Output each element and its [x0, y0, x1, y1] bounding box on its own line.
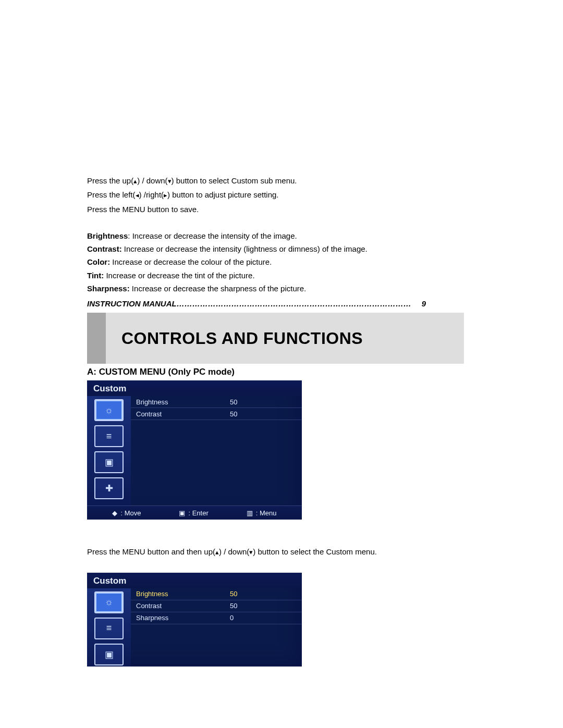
- osd1-row-contrast[interactable]: Contrast 50: [131, 408, 302, 420]
- osd1-row-brightness[interactable]: Brightness 50: [131, 396, 302, 408]
- text: Press the MENU button and then up(: [87, 547, 215, 556]
- instruction-line-3: Press the MENU button to save.: [87, 203, 480, 215]
- osd1-body: ☼ ≡ ▣ ✚ Brightness 50 Contrast 50: [87, 396, 302, 505]
- osd2-sharpness-label: Sharpness: [136, 614, 230, 622]
- osd1-hint-bar: ◆: Move ▣: Enter ▥: Menu: [87, 505, 302, 520]
- down-triangle-icon: ▾: [168, 177, 172, 185]
- manual-page: Press the up(▴) / down(▾) button to sele…: [0, 0, 563, 687]
- text: ) / down(: [219, 547, 249, 556]
- text: : Menu: [256, 509, 277, 517]
- section-header-stub: [87, 313, 106, 364]
- osd-picture-icon[interactable]: ☼: [94, 399, 124, 421]
- def-tint-label: Tint:: [87, 271, 104, 280]
- osd-tools-icon[interactable]: ✚: [94, 477, 124, 499]
- def-color-text: Increase or decrease the colour of the p…: [110, 257, 272, 266]
- page-number: 9: [422, 298, 426, 310]
- text: Press the up(: [87, 176, 133, 185]
- text: ) / down(: [137, 176, 167, 185]
- top-whitespace: [0, 0, 563, 175]
- osd2-brightness-value: 50: [230, 590, 266, 598]
- osd2-contrast-label: Contrast: [136, 602, 230, 610]
- text: ) button to select Custom sub menu.: [172, 176, 297, 185]
- sun-icon: ☼: [105, 597, 114, 608]
- section-header-title: CONTROLS AND FUNCTIONS: [121, 329, 363, 348]
- osd1-hint-move: ◆: Move: [112, 509, 141, 517]
- text: ) button to select the Custom menu.: [253, 547, 377, 556]
- wrench-icon: ✚: [105, 483, 113, 494]
- osd1-contrast-value: 50: [230, 410, 266, 418]
- updown-icon: ◆: [112, 509, 117, 517]
- def-sharpness-text: Increase or decrease the sharpness of th…: [130, 284, 307, 293]
- menu-bars-icon: ▥: [247, 509, 253, 517]
- osd2-icon-rail: ☼ ≡ ▣: [87, 588, 131, 667]
- osd1-brightness-label: Brightness: [136, 398, 230, 406]
- def-color-label: Color:: [87, 257, 110, 266]
- osd2-brightness-label: Brightness: [136, 590, 230, 598]
- osd2-grid: Brightness 50 Contrast 50 Sharpness 0: [131, 588, 302, 667]
- osd1-hint-enter: ▣: Enter: [179, 509, 208, 517]
- bars-icon: ≡: [106, 431, 112, 442]
- def-tint-text: Increase or decrease the tint of the pic…: [104, 271, 254, 280]
- osd-lines-icon[interactable]: ≡: [94, 618, 124, 639]
- footer-label: INSTRUCTION MANUAL……………………………………………………………: [87, 299, 411, 308]
- osd-lines-icon[interactable]: ≡: [94, 425, 124, 447]
- def-brightness-label: Brightness: [87, 231, 128, 240]
- osd2-row-sharpness[interactable]: Sharpness 0: [131, 612, 302, 624]
- osd1-hint-menu: ▥: Menu: [247, 509, 277, 517]
- osd1-brightness-value: 50: [230, 398, 266, 406]
- instructions-block: Press the up(▴) / down(▾) button to sele…: [0, 175, 563, 215]
- osd1-grid: Brightness 50 Contrast 50: [131, 396, 302, 505]
- osd-screenshot-1: Custom ☼ ≡ ▣ ✚ Brightness 50 Contrast 50: [87, 380, 302, 520]
- osd2-row-brightness[interactable]: Brightness 50: [131, 588, 302, 600]
- osd-pip-icon[interactable]: ▣: [94, 644, 124, 665]
- osd-screenshot-2: Custom ☼ ≡ ▣ Brightness 50 Contrast 50 S…: [87, 573, 302, 667]
- def-brightness-text: : Increase or decrease the intensity of …: [128, 231, 297, 240]
- sun-icon: ☼: [105, 405, 114, 416]
- def-sharpness-label: Sharpness:: [87, 284, 130, 293]
- osd-picture-icon[interactable]: ☼: [94, 591, 124, 613]
- osd2-sharpness-value: 0: [230, 614, 266, 622]
- osd2-row-contrast[interactable]: Contrast 50: [131, 600, 302, 612]
- def-contrast-text: Increase or decrease the intensity (ligh…: [122, 244, 368, 253]
- osd1-icon-rail: ☼ ≡ ▣ ✚: [87, 396, 131, 505]
- page-footer-line: INSTRUCTION MANUAL……………………………………………………………: [0, 298, 563, 310]
- osd2-body: ☼ ≡ ▣ Brightness 50 Contrast 50 Sharpnes…: [87, 588, 302, 667]
- bars-icon: ≡: [106, 623, 112, 634]
- osd2-empty: [131, 624, 302, 667]
- osd1-contrast-label: Contrast: [136, 410, 230, 418]
- section-header: CONTROLS AND FUNCTIONS: [87, 313, 464, 364]
- instruction-between: Press the MENU button and then up(▴) / d…: [87, 546, 480, 558]
- text: ) button to adjust picture setting.: [167, 190, 278, 199]
- square-icon: ▣: [105, 649, 114, 660]
- square-icon: ▣: [105, 456, 114, 468]
- text: ) /right(: [139, 190, 164, 199]
- right-triangle-icon: ▸: [164, 191, 167, 199]
- definitions-block: Brightness: Increase or decrease the int…: [0, 230, 563, 294]
- osd2-contrast-value: 50: [230, 602, 266, 610]
- osd-pip-icon[interactable]: ▣: [94, 451, 124, 473]
- osd2-title: Custom: [87, 573, 302, 588]
- text: : Move: [120, 509, 141, 517]
- instruction-line-2: Press the left(◂) /right(▸) button to ad…: [87, 189, 480, 201]
- left-triangle-icon: ◂: [136, 191, 139, 199]
- instruction-line-1: Press the up(▴) / down(▾) button to sele…: [87, 175, 480, 187]
- osd1-title: Custom: [87, 380, 302, 396]
- enter-square-icon: ▣: [179, 509, 185, 517]
- section-subhead: A: CUSTOM MENU (Only PC mode): [87, 367, 563, 377]
- text: Press the left(: [87, 190, 136, 199]
- mid-paragraph: Press the MENU button and then up(▴) / d…: [0, 546, 563, 558]
- osd1-empty: [131, 420, 302, 505]
- up-triangle-icon: ▴: [215, 548, 219, 556]
- def-contrast-label: Contrast:: [87, 244, 122, 253]
- text: : Enter: [188, 509, 208, 517]
